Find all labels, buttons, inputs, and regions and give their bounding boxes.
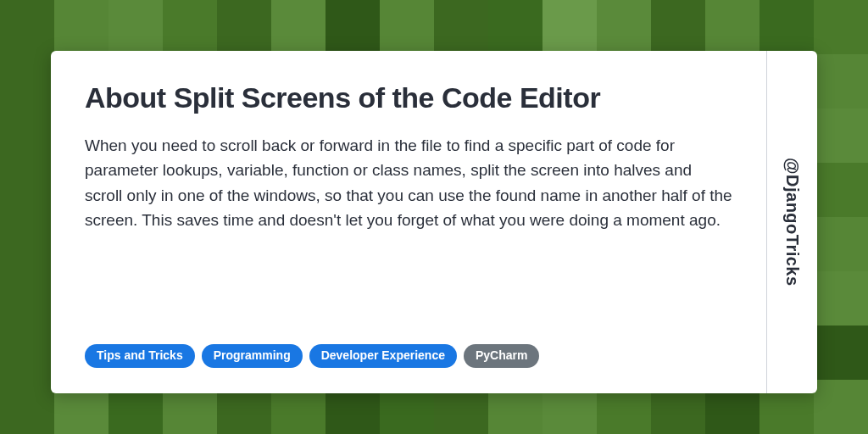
tag-tips-and-tricks[interactable]: Tips and Tricks	[85, 344, 195, 368]
content-card: About Split Screens of the Code Editor W…	[51, 51, 817, 393]
card-body-text: When you need to scroll back or forward …	[85, 133, 732, 327]
author-handle: @DjangoTricks	[782, 158, 802, 287]
tag-programming[interactable]: Programming	[202, 344, 303, 368]
card-main: About Split Screens of the Code Editor W…	[51, 51, 766, 393]
tag-pycharm[interactable]: PyCharm	[464, 344, 539, 368]
card-title: About Split Screens of the Code Editor	[85, 81, 732, 114]
card-sidebar: @DjangoTricks	[766, 51, 817, 393]
tag-row: Tips and TricksProgrammingDeveloper Expe…	[85, 344, 732, 368]
tag-developer-experience[interactable]: Developer Experience	[309, 344, 457, 368]
